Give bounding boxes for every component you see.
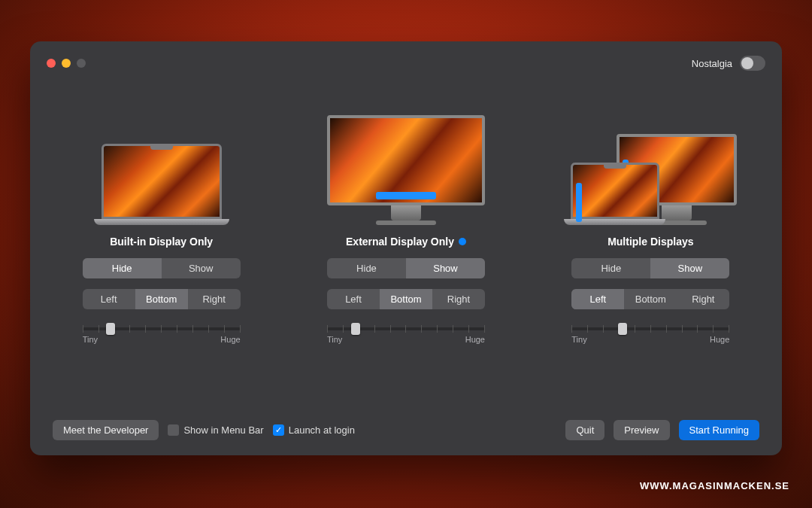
display-columns: Built-in Display Only Hide Show Left Bot… [47, 75, 765, 412]
bottom-button[interactable]: Bottom [135, 289, 188, 309]
monitor-icon [327, 115, 485, 225]
right-button[interactable]: Right [432, 289, 485, 309]
slider-thumb[interactable] [106, 323, 115, 335]
dock-indicator-icon [576, 183, 582, 222]
nostalgia-toggle[interactable] [740, 56, 765, 71]
left-button[interactable]: Left [83, 289, 135, 309]
show-button[interactable]: Show [650, 258, 729, 278]
checkbox-icon[interactable] [273, 424, 284, 436]
visibility-segment-multiple: Hide Show [571, 258, 729, 278]
column-title: Multiple Displays [607, 236, 693, 248]
position-segment-builtin: Left Bottom Right [83, 289, 241, 309]
minimize-icon[interactable] [62, 59, 71, 68]
right-button[interactable]: Right [188, 289, 241, 309]
checkbox-label: Launch at login [289, 424, 355, 436]
footer: Meet the Developer Show in Menu Bar Laun… [47, 412, 765, 440]
checkbox-label: Show in Menu Bar [183, 424, 263, 436]
column-multiple: Multiple Displays Hide Show Left Bottom … [544, 112, 758, 405]
visibility-segment-builtin: Hide Show [83, 258, 241, 278]
hide-button[interactable]: Hide [571, 258, 650, 278]
checkbox-icon[interactable] [168, 424, 179, 436]
watermark: WWW.MAGASINMACKEN.SE [640, 480, 789, 491]
hide-button[interactable]: Hide [327, 258, 406, 278]
position-segment-external: Left Bottom Right [327, 289, 485, 309]
size-slider-builtin[interactable]: Tiny Huge [83, 320, 241, 344]
size-slider-external[interactable]: Tiny Huge [327, 320, 485, 344]
slider-min-label: Tiny [83, 335, 98, 344]
preview-button[interactable]: Preview [614, 420, 669, 440]
show-menubar-checkbox[interactable]: Show in Menu Bar [168, 424, 263, 436]
show-button[interactable]: Show [406, 258, 485, 278]
position-segment-multiple: Left Bottom Right [571, 289, 729, 309]
device-preview-multiple [544, 112, 758, 225]
close-icon[interactable] [47, 59, 56, 68]
bottom-button[interactable]: Bottom [380, 289, 432, 309]
hide-button[interactable]: Hide [83, 258, 162, 278]
column-title: Built-in Display Only [110, 236, 213, 248]
device-preview-external [298, 112, 513, 225]
slider-thumb[interactable] [618, 323, 627, 335]
size-slider-multiple[interactable]: Tiny Huge [571, 320, 729, 344]
bottom-button[interactable]: Bottom [624, 289, 677, 309]
column-builtin: Built-in Display Only Hide Show Left Bot… [54, 112, 268, 405]
right-button[interactable]: Right [677, 289, 729, 309]
slider-min-label: Tiny [327, 335, 342, 344]
slider-thumb[interactable] [351, 323, 360, 335]
meet-developer-button[interactable]: Meet the Developer [53, 420, 159, 440]
slider-min-label: Tiny [571, 335, 586, 344]
nostalgia-label: Nostalgia [692, 58, 732, 69]
column-external: External Display Only Hide Show Left Bot… [298, 112, 513, 405]
slider-max-label: Huge [710, 335, 729, 344]
zoom-icon[interactable] [77, 59, 86, 68]
start-running-button[interactable]: Start Running [679, 420, 760, 440]
app-window: Nostalgia Built-in Display Only Hide Sho… [30, 41, 782, 455]
show-button[interactable]: Show [162, 258, 241, 278]
titlebar: Nostalgia [47, 52, 765, 75]
laptop-icon [94, 144, 229, 225]
launch-login-checkbox[interactable]: Launch at login [273, 424, 355, 436]
multi-display-icon [564, 112, 737, 225]
column-title: External Display Only [346, 236, 454, 248]
quit-button[interactable]: Quit [565, 420, 604, 440]
dock-indicator-icon [376, 192, 436, 199]
left-button[interactable]: Left [571, 289, 624, 309]
active-indicator-icon [459, 238, 466, 245]
device-preview-builtin [54, 112, 268, 225]
left-button[interactable]: Left [327, 289, 380, 309]
slider-max-label: Huge [220, 335, 240, 344]
visibility-segment-external: Hide Show [327, 258, 485, 278]
slider-max-label: Huge [465, 335, 485, 344]
window-controls [47, 59, 86, 68]
